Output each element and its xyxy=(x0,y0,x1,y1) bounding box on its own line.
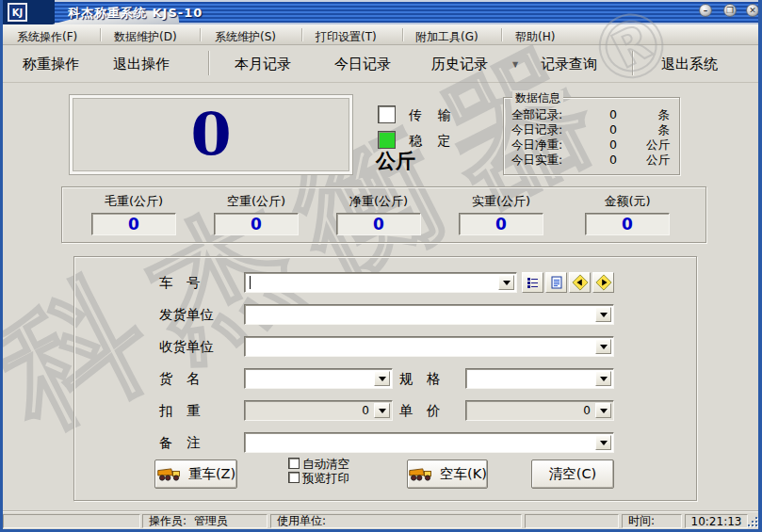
empty-truck-button[interactable]: 空车(K) xyxy=(407,459,488,489)
clear-button[interactable]: 清空(C) xyxy=(531,459,614,489)
spec-combobox[interactable] xyxy=(465,368,614,389)
info-value: 0 xyxy=(594,107,617,121)
note-dropdown-button[interactable] xyxy=(595,435,611,450)
info-value: 0 xyxy=(594,153,617,167)
chevron-down-icon xyxy=(379,409,386,417)
goods-name-combobox[interactable] xyxy=(244,368,393,389)
toolbar: 称重操作 退出操作 本月记录 今日记录 历史记录 ▼ 记录查询 退出系统 xyxy=(0,45,762,83)
resize-grip[interactable] xyxy=(748,517,759,528)
info-label: 今日实重: xyxy=(511,153,562,169)
toolbar-month-records[interactable]: 本月记录 xyxy=(229,53,297,76)
vehicle-next-button[interactable] xyxy=(592,272,614,293)
loaded-truck-button-label: 重车(Z) xyxy=(188,465,235,483)
sender-dropdown-button[interactable] xyxy=(595,307,611,322)
menu-extra-tools[interactable]: 附加工具(G) xyxy=(412,27,482,47)
deduct-weight-field[interactable]: 0 xyxy=(244,400,393,421)
minimize-button[interactable]: – xyxy=(699,4,712,17)
info-label: 今日记录: xyxy=(511,122,562,138)
info-unit: 条 xyxy=(632,107,670,123)
chevron-down-icon xyxy=(503,281,511,289)
menu-separator xyxy=(301,28,302,41)
unit-price-label: 单 价 xyxy=(399,402,441,420)
info-unit: 条 xyxy=(632,122,670,138)
goods-dropdown-button[interactable] xyxy=(374,371,390,386)
operator-value: 管理员 xyxy=(194,513,228,529)
sender-unit-label: 发货单位 xyxy=(159,306,214,324)
toolbar-weigh-operate[interactable]: 称重操作 xyxy=(17,53,85,76)
auto-clear-checkbox[interactable] xyxy=(288,458,300,469)
data-info-group: 数据信息 全部记录: 0 条 今日记录: 0 条 今日净重: 0 公斤 今日实重… xyxy=(503,97,680,175)
gross-weight-field: 0 xyxy=(91,213,176,235)
info-unit: 公斤 xyxy=(632,153,670,169)
status-company-segment: 使用单位: xyxy=(270,514,522,528)
weight-display-panel: 0 xyxy=(69,94,353,175)
toolbar-history-records[interactable]: 历史记录 xyxy=(426,53,494,76)
loaded-truck-button[interactable]: 重车(Z) xyxy=(154,459,237,489)
receiver-dropdown-button[interactable] xyxy=(595,339,611,354)
weights-summary-group: 毛重(公斤) 0 空重(公斤) 0 净重(公斤) 0 实重(公斤) 0 金额(元… xyxy=(61,186,706,243)
stable-indicator-label: 稳 定 xyxy=(409,133,456,150)
deduct-weight-value: 0 xyxy=(362,404,369,417)
list-icon xyxy=(527,276,540,289)
amount-field: 0 xyxy=(585,213,670,235)
menu-print-settings[interactable]: 打印设置(T) xyxy=(312,27,381,47)
chevron-down-icon xyxy=(600,313,608,321)
info-row-today-net: 今日净重: 0 公斤 xyxy=(504,137,679,153)
menu-system-maintain[interactable]: 系统维护(S) xyxy=(211,27,280,47)
deduct-weight-label: 扣 重 xyxy=(159,402,201,420)
entry-form-group: 车 号 xyxy=(73,256,697,501)
transmit-indicator-light xyxy=(378,105,396,123)
goods-name-label: 货 名 xyxy=(159,370,201,388)
close-button[interactable]: ✕ xyxy=(746,4,759,17)
chevron-down-icon xyxy=(600,409,608,417)
receiver-unit-combobox[interactable] xyxy=(244,336,614,357)
toolbar-record-query[interactable]: 记录查询 xyxy=(535,53,603,76)
toolbar-today-records[interactable]: 今日记录 xyxy=(329,53,397,76)
info-label: 今日净重: xyxy=(511,137,562,153)
gross-weight-label: 毛重(公斤) xyxy=(91,193,176,210)
spec-label: 规 格 xyxy=(399,370,441,388)
info-unit: 公斤 xyxy=(632,137,670,153)
menu-separator xyxy=(402,28,403,41)
toolbar-separator xyxy=(208,51,209,75)
history-dropdown-icon[interactable]: ▼ xyxy=(512,60,518,69)
app-logo-icon: KJ xyxy=(8,3,27,22)
vehicle-prev-button[interactable] xyxy=(569,272,591,293)
diamond-arrow-left-icon xyxy=(572,274,589,291)
toolbar-exit-system[interactable]: 退出系统 xyxy=(656,53,723,76)
data-info-title: 数据信息 xyxy=(512,90,563,106)
sender-unit-combobox[interactable] xyxy=(244,304,614,325)
price-dropdown-button[interactable] xyxy=(595,403,611,418)
menu-data-maintain[interactable]: 数据维护(D) xyxy=(110,27,181,47)
time-label: 时间: xyxy=(628,513,655,529)
maximize-button[interactable]: ❐ xyxy=(723,4,737,17)
chevron-down-icon xyxy=(600,345,608,353)
info-label: 全部记录: xyxy=(511,107,562,123)
operator-label: 操作员: xyxy=(149,513,186,529)
vehicle-dropdown-button[interactable] xyxy=(498,275,514,290)
transmit-indicator-label: 传 输 xyxy=(409,107,456,124)
note-combobox[interactable] xyxy=(244,432,614,453)
preview-print-checkbox[interactable] xyxy=(288,472,300,483)
vehicle-number-combobox[interactable] xyxy=(244,272,517,293)
diamond-arrow-right-icon xyxy=(595,274,612,291)
tare-weight-field: 0 xyxy=(214,213,299,235)
menu-system-operate[interactable]: 系统操作(F) xyxy=(13,27,81,47)
status-bar: 操作员: 管理员 使用单位: 时间: 10:21:13 xyxy=(0,511,762,529)
spec-dropdown-button[interactable] xyxy=(595,371,611,386)
chevron-down-icon xyxy=(600,441,608,449)
toolbar-exit-operate[interactable]: 退出操作 xyxy=(107,53,175,76)
menu-help[interactable]: 帮助(H) xyxy=(511,27,559,47)
vehicle-records-button[interactable] xyxy=(545,272,567,293)
document-icon xyxy=(550,276,563,289)
vehicle-list-button[interactable] xyxy=(522,272,543,293)
unit-price-field[interactable]: 0 xyxy=(465,400,614,421)
receiver-unit-label: 收货单位 xyxy=(159,338,214,356)
info-row-all-records: 全部记录: 0 条 xyxy=(504,107,679,122)
chevron-down-icon xyxy=(379,377,386,385)
app-window: KJ 科杰称重系统 KJS-10 – ❐ ✕ 系统操作(F) 数据维护(D) 系… xyxy=(0,0,762,532)
empty-truck-button-label: 空车(K) xyxy=(440,465,487,483)
deduct-dropdown-button[interactable] xyxy=(374,403,390,418)
info-value: 0 xyxy=(594,137,617,152)
tare-weight-label: 空重(公斤) xyxy=(214,193,299,210)
